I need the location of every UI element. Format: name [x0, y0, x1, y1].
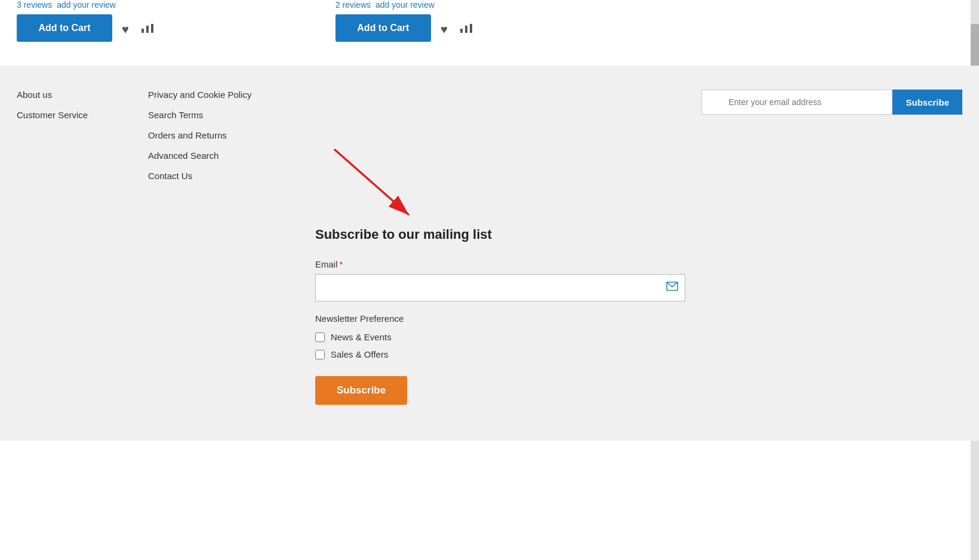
- email-label: Email*: [315, 259, 962, 269]
- product-1-reviews-link[interactable]: 3 reviews: [17, 0, 52, 10]
- svg-rect-1: [146, 26, 149, 33]
- footer-advanced-search-item: Advanced Search: [148, 150, 297, 161]
- product-2-reviews-label: reviews: [343, 0, 371, 10]
- email-field-wrapper: [315, 274, 685, 301]
- svg-rect-4: [465, 26, 467, 33]
- newsletter-pref-label: Newsletter Preference: [315, 313, 962, 324]
- product-1-actions: 3 reviews add your review Add to Cart ♥: [17, 0, 156, 42]
- sales-offers-checkbox-label[interactable]: Sales & Offers: [315, 349, 962, 359]
- footer-about-us-item: About us: [17, 90, 148, 100]
- product-1-action-icons: ♥: [119, 20, 156, 39]
- product-1-wishlist-icon[interactable]: ♥: [119, 20, 131, 39]
- footer-about-us-link[interactable]: About us: [17, 90, 52, 100]
- product-2-wishlist-icon[interactable]: ♥: [438, 20, 450, 39]
- product-1-add-to-cart-button[interactable]: Add to Cart: [17, 14, 112, 42]
- newsletter-pref-group: Newsletter Preference News & Events Sale…: [315, 313, 962, 359]
- footer-orders-link[interactable]: Orders and Returns: [148, 130, 227, 140]
- email-input-top-wrapper: ✉: [701, 90, 892, 115]
- footer-top: About us Customer Service Privacy and Co…: [17, 90, 962, 191]
- footer-col-1: About us Customer Service: [17, 90, 148, 191]
- footer-advanced-search-link[interactable]: Advanced Search: [148, 150, 218, 161]
- footer-col-1-list: About us Customer Service: [17, 90, 148, 121]
- email-form-group: Email*: [315, 259, 962, 301]
- footer: About us Customer Service Privacy and Co…: [0, 66, 979, 441]
- product-1-compare-icon[interactable]: [138, 20, 156, 39]
- footer-contact-link[interactable]: Contact Us: [148, 171, 192, 181]
- sales-offers-checkbox[interactable]: [315, 350, 325, 359]
- mailing-list-title: Subscribe to our mailing list: [315, 227, 962, 242]
- product-1-reviews-row: 3 reviews add your review: [17, 0, 156, 10]
- required-star: *: [340, 259, 343, 269]
- footer-search-terms-link[interactable]: Search Terms: [148, 110, 203, 120]
- footer-customer-service-item: Customer Service: [17, 110, 148, 121]
- newsletter-top-subscribe-button[interactable]: Subscribe: [892, 90, 962, 115]
- product-2-action-icons: ♥: [438, 20, 475, 39]
- product-1-reviews-label: reviews: [24, 0, 52, 10]
- footer-col-2-list: Privacy and Cookie Policy Search Terms O…: [148, 90, 297, 181]
- product-2-review-count: 2: [335, 0, 340, 10]
- product-2-reviews-link[interactable]: 2 reviews: [335, 0, 371, 10]
- product-1-add-review-link[interactable]: add your review: [57, 0, 116, 10]
- checkbox-group: News & Events Sales & Offers: [315, 332, 962, 359]
- footer-privacy-item: Privacy and Cookie Policy: [148, 90, 297, 100]
- mailing-list-subscribe-button[interactable]: Subscribe: [315, 376, 407, 405]
- newsletter-top-email-input[interactable]: [701, 90, 892, 115]
- news-events-checkbox[interactable]: [315, 333, 325, 342]
- product-2-add-to-cart-button[interactable]: Add to Cart: [335, 14, 431, 42]
- footer-contact-item: Contact Us: [148, 171, 297, 181]
- footer-privacy-link[interactable]: Privacy and Cookie Policy: [148, 90, 251, 100]
- newsletter-top-section: ✉ Subscribe: [701, 90, 962, 191]
- news-events-label: News & Events: [331, 332, 392, 342]
- sales-offers-label: Sales & Offers: [331, 349, 388, 359]
- newsletter-top-row: ✉ Subscribe: [701, 90, 962, 115]
- svg-rect-3: [460, 29, 463, 33]
- product-2-reviews-row: 2 reviews add your review: [335, 0, 475, 10]
- svg-rect-0: [141, 29, 144, 33]
- product-1-review-count: 3: [17, 0, 21, 10]
- news-events-checkbox-label[interactable]: News & Events: [315, 332, 962, 342]
- svg-rect-5: [470, 24, 472, 33]
- mailing-list-section: Subscribe to our mailing list Email* New…: [315, 227, 962, 405]
- svg-rect-2: [151, 24, 153, 33]
- footer-orders-item: Orders and Returns: [148, 130, 297, 141]
- mailing-list-email-input[interactable]: [315, 274, 685, 301]
- footer-col-2: Privacy and Cookie Policy Search Terms O…: [148, 90, 297, 191]
- product-2-add-review-link[interactable]: add your review: [375, 0, 435, 10]
- product-area: 3 reviews add your review Add to Cart ♥: [0, 0, 979, 66]
- footer-customer-service-link[interactable]: Customer Service: [17, 110, 88, 120]
- product-2-compare-icon[interactable]: [457, 20, 475, 39]
- footer-search-terms-item: Search Terms: [148, 110, 297, 121]
- product-2-actions: 2 reviews add your review Add to Cart ♥: [335, 0, 475, 42]
